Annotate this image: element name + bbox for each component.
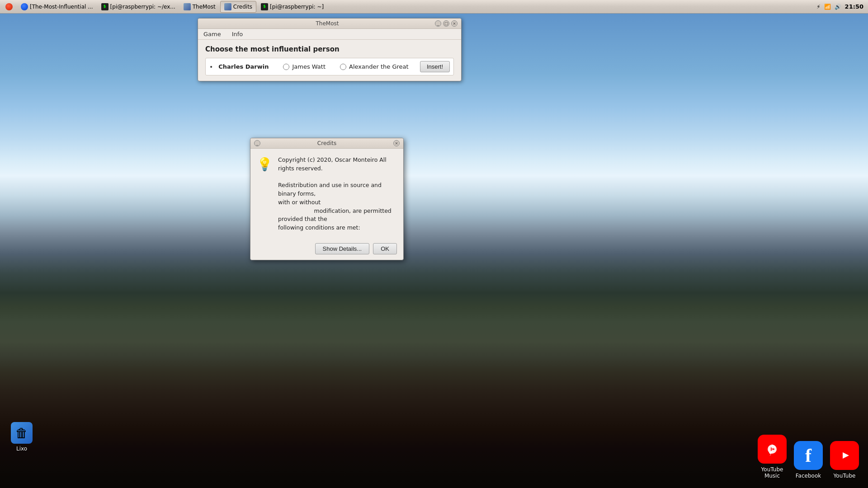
themost-window-controls: _ □ × [435,20,458,27]
credits-folder-icon [224,3,231,10]
taskbar-label-themost: TheMost [193,4,216,10]
show-details-button[interactable]: Show Details... [315,243,370,254]
credits-license: Redistribution and use in source and bin… [278,181,397,232]
credits-titlebar: _ Credits × [250,138,403,149]
terminal2-icon: $ [261,3,268,10]
svg-point-0 [764,441,780,457]
label-james-watt: James Watt [292,63,326,70]
menu-info[interactable]: Info [230,30,245,38]
themost-content: Choose the most influential person • Cha… [198,40,461,81]
themost-close-button[interactable]: × [451,20,458,27]
taskbar-right: ⚡ 📶 🔊 21:50 [816,3,868,10]
credits-dialog-title: Credits [272,140,382,146]
themost-minimize-button[interactable]: _ [435,20,441,27]
taskbar-item-terminal2[interactable]: $ [pi@raspberrypi: ~] [257,1,327,13]
svg-marker-2 [771,447,775,451]
terminal1-icon: $ [101,3,108,10]
taskbar-item-terminal1[interactable]: $ [pi@raspberrypi: ~/ex... [98,1,179,13]
window-choices: • Charles Darwin James Watt Alexander th… [205,58,454,75]
ok-button[interactable]: OK [373,243,397,254]
credits-close-button[interactable]: × [393,140,400,146]
dock-item-youtube[interactable]: YouTube [830,441,859,479]
dock: ♪ YouTubeMusic f Facebook YouTube [758,435,859,479]
lixo-label: Lixo [16,446,27,452]
svg-text:♪: ♪ [769,452,771,456]
taskbar-label-globe: [The-Most-Influential ... [30,4,93,10]
choice-bullet: • [209,63,213,70]
themost-titlebar: TheMost _ □ × [198,19,461,29]
facebook-icon: f [794,441,823,470]
taskbar-item-redcircle[interactable] [2,1,16,13]
taskbar-label-terminal2: [pi@raspberrypi: ~] [270,4,324,10]
youtube-music-icon: ♪ [758,435,787,464]
svg-point-1 [768,445,777,454]
taskbar: [The-Most-Influential ... $ [pi@raspberr… [0,0,868,14]
themost-menubar: Game Info [198,29,461,40]
taskbar-item-credits[interactable]: Credits [220,1,256,13]
dock-item-facebook[interactable]: f Facebook [794,441,823,479]
lixo-icon-image: 🗑 [11,422,33,444]
insert-button[interactable]: Insert! [420,61,450,72]
taskbar-left: [The-Most-Influential ... $ [pi@raspberr… [0,1,327,13]
themost-folder-icon [184,3,191,10]
bluetooth-icon: ⚡ [816,4,820,10]
desktop: [The-Most-Influential ... $ [pi@raspberr… [0,0,868,488]
dock-label-facebook: Facebook [796,473,821,479]
wifi-icon: 📶 [824,4,831,10]
taskbar-label-terminal1: [pi@raspberrypi: ~/ex... [110,4,175,10]
credits-content: 💡 Copyright (c) 2020, Oscar Monteiro All… [250,149,403,239]
credits-lightbulb-icon: 💡 [257,157,273,232]
credits-buttons: Show Details... OK [250,239,403,260]
radio-alexander[interactable] [340,64,346,70]
dock-item-youtube-music[interactable]: ♪ YouTubeMusic [758,435,787,479]
credits-copyright: Copyright (c) 2020, Oscar Monteiro All r… [278,156,397,173]
dock-label-youtube: YouTube [834,473,856,479]
themost-window: TheMost _ □ × Game Info Choose the most … [198,18,462,81]
youtube-icon [830,441,859,470]
credits-dialog: _ Credits × 💡 Copyright (c) 2020, Oscar … [250,138,404,260]
taskbar-label-credits: Credits [233,4,252,10]
themost-maximize-button[interactable]: □ [443,20,449,27]
taskbar-time: 21:50 [845,3,863,10]
credits-minimize-button[interactable]: _ [254,140,260,146]
radio-group-james-watt: James Watt [283,63,326,70]
volume-icon: 🔊 [835,4,841,10]
radio-group-alexander: Alexander the Great [340,63,409,70]
taskbar-item-themost[interactable]: TheMost [180,1,219,13]
red-circle-icon [5,3,13,10]
credits-text-block: Copyright (c) 2020, Oscar Monteiro All r… [278,156,397,232]
taskbar-item-globe[interactable]: [The-Most-Influential ... [17,1,97,13]
window-question: Choose the most influential person [205,45,454,53]
label-alexander: Alexander the Great [349,63,409,70]
selected-choice: Charles Darwin [218,63,269,70]
themost-window-title: TheMost [220,20,435,27]
dock-label-youtube-music: YouTubeMusic [761,466,783,479]
lixo-desktop-icon[interactable]: 🗑 Lixo [11,422,33,452]
menu-game[interactable]: Game [202,30,223,38]
radio-james-watt[interactable] [283,64,289,70]
blue-globe-icon [21,3,28,10]
